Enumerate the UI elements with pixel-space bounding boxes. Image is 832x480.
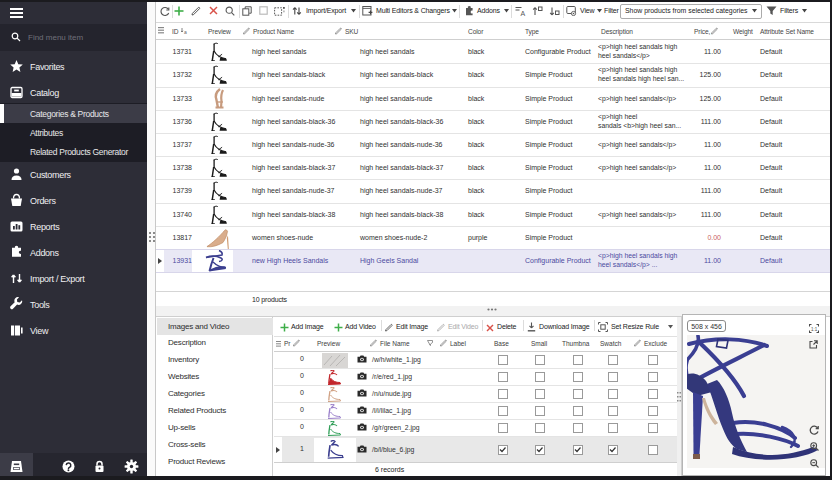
svg-text:a: a: [184, 29, 187, 34]
svg-text:1:1: 1:1: [811, 327, 818, 332]
svg-text:A: A: [521, 10, 526, 16]
